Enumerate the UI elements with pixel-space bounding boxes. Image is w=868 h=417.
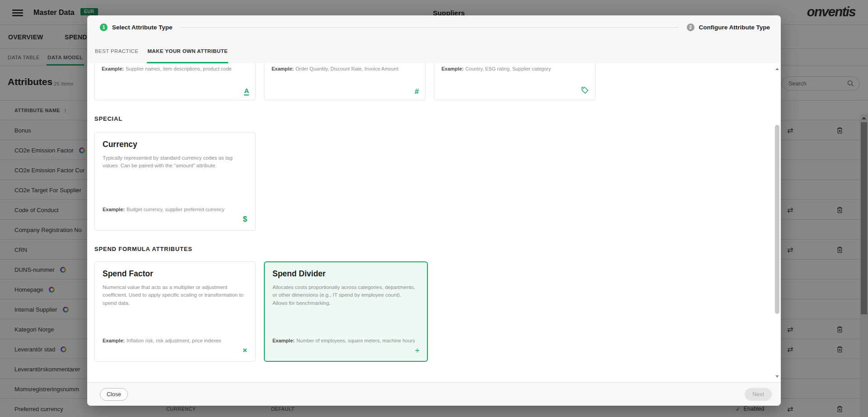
section-heading-special: SPECIAL <box>94 115 781 122</box>
example-label: Example: <box>103 338 125 343</box>
example-text: Inflation risk, risk adjustment, price i… <box>127 338 221 343</box>
example-text: Order Quantity, Discount Rate, Invoice A… <box>296 66 399 71</box>
example-text: Number of employees, square meters, mach… <box>296 338 415 343</box>
card-tag-attribute[interactable]: Example:Country, ESG rating, Supplier ca… <box>434 63 596 100</box>
card-number-attribute[interactable]: Example:Order Quantity, Discount Rate, I… <box>264 63 426 100</box>
section-heading-spend-formula: SPEND FORMULA ATTRIBUTES <box>94 246 781 252</box>
scrollbar-down-icon[interactable] <box>775 375 779 378</box>
modal-tabs: BEST PRACTICE MAKE YOUR OWN ATTRIBUTE <box>87 39 781 63</box>
number-type-icon: # <box>415 88 419 95</box>
example-label: Example: <box>272 338 295 343</box>
tab-best-practice[interactable]: BEST PRACTICE <box>94 39 139 63</box>
card-title: Spend Factor <box>103 269 247 279</box>
tab-make-your-own-attribute[interactable]: MAKE YOUR OWN ATTRIBUTE <box>147 39 228 63</box>
card-spend-factor[interactable]: Spend Factor Numerical value that acts a… <box>94 261 256 362</box>
close-button[interactable]: Close <box>100 388 128 401</box>
text-type-icon: A <box>244 87 249 95</box>
modal-stepper: 1 Select Attribute Type 2 Configure Attr… <box>87 15 781 39</box>
divide-icon: ÷ <box>415 346 419 354</box>
card-description: Numerical value that acts as a multiplie… <box>103 284 247 307</box>
card-spend-divider-selected[interactable]: Spend Divider Allocates costs proportion… <box>264 261 428 362</box>
example-text: Country, ESG rating, Supplier category <box>465 66 551 71</box>
stepper-connector <box>181 27 679 28</box>
step-2-label: Configure Attribute Type <box>699 24 770 31</box>
step-1-circle: 1 <box>100 24 108 31</box>
modal-body: Example:Supplier names, item description… <box>87 63 781 382</box>
select-attribute-type-modal: 1 Select Attribute Type 2 Configure Attr… <box>87 15 781 406</box>
card-description: Typically represented by standard curren… <box>103 154 247 170</box>
example-label: Example: <box>102 66 124 71</box>
example-text: Supplier names, item descriptions, produ… <box>126 66 232 71</box>
step-1: 1 Select Attribute Type <box>100 24 173 31</box>
example-label: Example: <box>103 207 125 212</box>
example-label: Example: <box>272 66 294 71</box>
card-title: Currency <box>103 140 247 149</box>
step-1-label: Select Attribute Type <box>112 24 173 31</box>
tag-type-icon <box>581 86 589 95</box>
card-title: Spend Divider <box>272 269 419 279</box>
modal-scrollbar[interactable] <box>774 65 780 380</box>
multiply-icon: × <box>243 346 247 354</box>
modal-footer: Close Next <box>87 382 781 406</box>
example-label: Example: <box>441 66 464 71</box>
next-button-disabled[interactable]: Next <box>745 388 772 401</box>
card-currency[interactable]: Currency Typically represented by standa… <box>94 132 256 231</box>
spend-formula-cards: Spend Factor Numerical value that acts a… <box>94 261 781 362</box>
currency-type-icon: $ <box>243 215 247 223</box>
card-description: Allocates costs proportionally across ca… <box>272 284 419 307</box>
example-text: Budget currency, supplier preferred curr… <box>127 207 225 212</box>
card-text-attribute[interactable]: Example:Supplier names, item description… <box>94 63 256 100</box>
scrollbar-thumb[interactable] <box>775 125 779 314</box>
step-2-circle: 2 <box>687 24 694 31</box>
step-2: 2 Configure Attribute Type <box>687 24 770 31</box>
scrollbar-up-icon[interactable] <box>775 68 779 70</box>
attribute-type-cards-partial: Example:Supplier names, item description… <box>94 63 781 100</box>
